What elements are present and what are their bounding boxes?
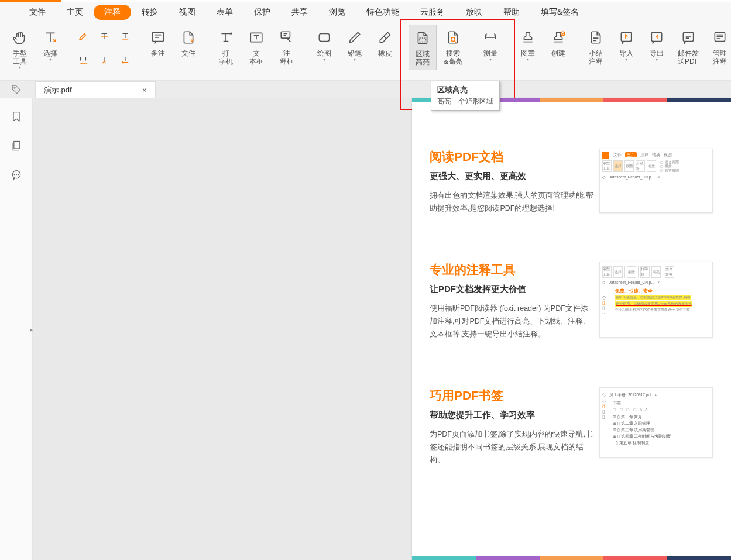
bookmark-icon[interactable] [8, 108, 25, 125]
svg-rect-3 [319, 34, 329, 42]
draw-button[interactable]: 绘图 [310, 25, 338, 61]
eraser-icon [376, 28, 394, 47]
menu-play[interactable]: 放映 [455, 5, 493, 20]
tooltip: 区域高亮 高亮一个矩形区域 [431, 81, 500, 111]
menu-view[interactable]: 视图 [169, 5, 206, 20]
measure-button[interactable]: 测量 [476, 25, 505, 61]
callout-icon [277, 28, 296, 47]
email-pdf-button[interactable]: 邮件发 送PDF [673, 25, 703, 69]
color-stripe-bottom [412, 556, 731, 560]
pages-icon[interactable] [8, 137, 25, 154]
menu-convert[interactable]: 转换 [131, 5, 169, 20]
menu-cloud[interactable]: 云服务 [410, 5, 455, 20]
section2-heading: 专业的注释工具 [430, 262, 593, 278]
manage-annot-button[interactable]: 管理 注释 [706, 25, 731, 69]
svg-rect-7 [621, 32, 631, 41]
menu-file[interactable]: 文件 [19, 5, 56, 20]
highlight-icon[interactable] [75, 29, 91, 43]
pencil-button[interactable]: 铅笔 [341, 25, 369, 61]
select-text-icon [41, 28, 60, 47]
ruler-icon [481, 28, 500, 47]
select-button[interactable]: 选择 [36, 25, 64, 61]
file-attach-icon [179, 28, 198, 47]
tag-icon[interactable] [11, 84, 22, 95]
menu-protect[interactable]: 保护 [243, 5, 281, 20]
summary-button[interactable]: 小结 注释 [582, 25, 610, 69]
stamp-icon [519, 28, 537, 47]
strikethrough-icon[interactable] [96, 29, 112, 43]
blank-page [33, 98, 412, 560]
section3-heading: 巧用PDF书签 [430, 387, 593, 404]
svg-point-16 [18, 174, 18, 175]
manage-icon [711, 28, 729, 47]
svg-point-5 [451, 37, 455, 42]
svg-point-14 [14, 174, 15, 175]
pencil-icon [345, 28, 364, 47]
menu-share[interactable]: 共享 [281, 5, 318, 20]
close-icon[interactable]: × [142, 85, 147, 95]
section3-paragraph: 为PDF页面添加书签,除了实现内容的快速导航,书签还能指明不同书签的层级关系,展… [430, 428, 593, 466]
export-icon [647, 28, 666, 47]
create-stamp-icon [549, 28, 568, 47]
section1-subheading: 更强大、更实用、更高效 [430, 171, 593, 182]
textbox-button[interactable]: 文 本框 [242, 25, 270, 69]
callout-button[interactable]: 注 释框 [273, 25, 301, 69]
menu-annotate[interactable]: 注释 [94, 5, 131, 20]
tooltip-title: 区域高亮 [437, 85, 493, 95]
section3-thumbnail: ◇ 员工手册_20120917.pdf × 书签 ▢ ▢ ▢ ▢ A A ⊞ ▯… [599, 387, 713, 458]
svg-point-15 [16, 174, 16, 175]
hand-tool-button[interactable]: 手型 工具 [6, 25, 34, 69]
tab-bar: 演示.pdf × [0, 81, 731, 98]
svg-rect-12 [13, 142, 19, 149]
rectangle-icon [315, 28, 334, 47]
create-stamp-button[interactable]: 创建 [544, 25, 572, 61]
import-icon [617, 28, 636, 47]
summary-icon [586, 28, 605, 47]
stamp-button[interactable]: 图章 [514, 25, 542, 61]
textbox-icon [247, 28, 266, 47]
menu-fillsign[interactable]: 填写&签名 [530, 5, 589, 20]
document-tab[interactable]: 演示.pdf × [35, 81, 156, 98]
menu-form[interactable]: 表单 [206, 5, 243, 20]
menu-home[interactable]: 主页 [56, 5, 94, 20]
svg-rect-0 [152, 32, 164, 41]
section2-paragraph: 使用福昕PDF阅读器 (foxit reader) 为PDF文件添加注释,可对P… [430, 302, 593, 341]
content-page: 阅读PDF文档 更强大、更实用、更高效 拥有出色的文档渲染效果,强大的页面管理功… [412, 98, 731, 560]
svg-rect-2 [281, 32, 290, 38]
section3-subheading: 帮助您提升工作、学习效率 [430, 410, 593, 421]
export-button[interactable]: 导出 [643, 25, 671, 61]
comments-icon[interactable] [8, 166, 25, 184]
sidebar: ▸ [0, 98, 33, 560]
eraser-button[interactable]: 橡皮 [371, 25, 399, 61]
area-highlight-icon [413, 29, 432, 47]
document-view[interactable]: 阅读PDF文档 更强大、更实用、更高效 拥有出色的文档渲染效果,强大的页面管理功… [33, 98, 731, 560]
file-attach-button[interactable]: 文件 [174, 25, 203, 61]
section2-subheading: 让PDF文档发挥更大价值 [430, 284, 593, 295]
email-icon [679, 28, 698, 47]
tooltip-description: 高亮一个矩形区域 [437, 97, 493, 106]
section2-thumbnail: 手型 工具选择缩放打字机高亮文件 转换 ◇ Datasheet_Reader_C… [599, 262, 713, 338]
search-highlight-icon [444, 28, 462, 47]
svg-rect-4 [420, 38, 426, 42]
ribbon: 手型 工具 选择 备注 文件 打 字机 文 本框 注 释框 绘图 [0, 22, 731, 81]
menu-browse[interactable]: 浏览 [318, 5, 356, 20]
note-button[interactable]: 备注 [144, 25, 172, 61]
hand-icon [11, 28, 29, 47]
expand-sidebar-icon[interactable]: ▸ [30, 326, 33, 332]
search-highlight-button[interactable]: 搜索 &高亮 [439, 25, 467, 69]
menu-help[interactable]: 帮助 [493, 5, 530, 20]
section1-thumbnail: 文件主页注释转换视图 手型 工具选择截图剪贴 板缩放 ▢ 适合页面 ▢ 重排 ▢… [599, 149, 713, 213]
svg-point-11 [14, 87, 15, 88]
caret-insert-icon[interactable] [96, 53, 112, 67]
import-button[interactable]: 导入 [612, 25, 640, 61]
note-icon [149, 28, 167, 47]
underline-icon[interactable] [117, 29, 133, 43]
typewriter-button[interactable]: 打 字机 [212, 25, 240, 69]
svg-rect-9 [683, 32, 693, 41]
section1-heading: 阅读PDF文档 [430, 149, 593, 165]
underline-wave-icon[interactable] [75, 53, 91, 67]
replace-text-icon[interactable] [117, 53, 133, 67]
tab-filename: 演示.pdf [44, 85, 72, 95]
area-highlight-button[interactable]: 区域 高亮 [409, 25, 437, 70]
menu-features[interactable]: 特色功能 [356, 5, 410, 20]
